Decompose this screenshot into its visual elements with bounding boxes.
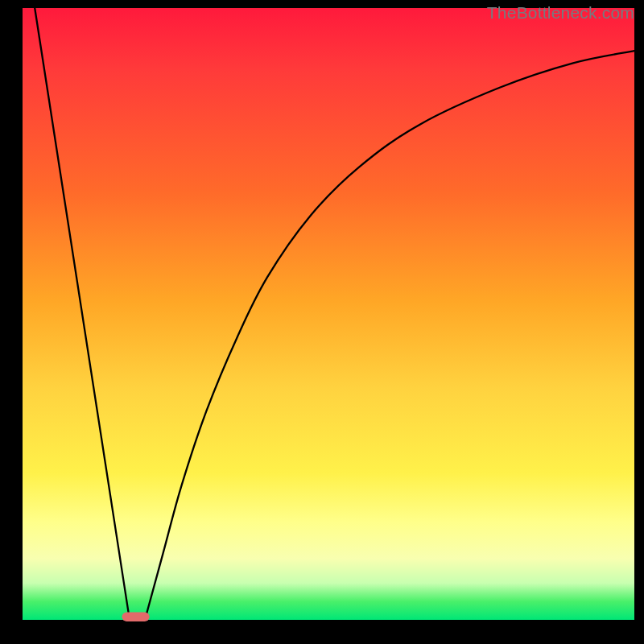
curve-left: [35, 8, 130, 620]
curve-right: [145, 51, 634, 620]
watermark-text: TheBottleneck.com: [487, 3, 634, 23]
chart-frame: TheBottleneck.com: [0, 0, 644, 644]
chart-svg: [23, 8, 634, 620]
plot-area: [23, 8, 634, 620]
bottleneck-marker: [122, 613, 150, 621]
curve-group: [35, 8, 634, 620]
